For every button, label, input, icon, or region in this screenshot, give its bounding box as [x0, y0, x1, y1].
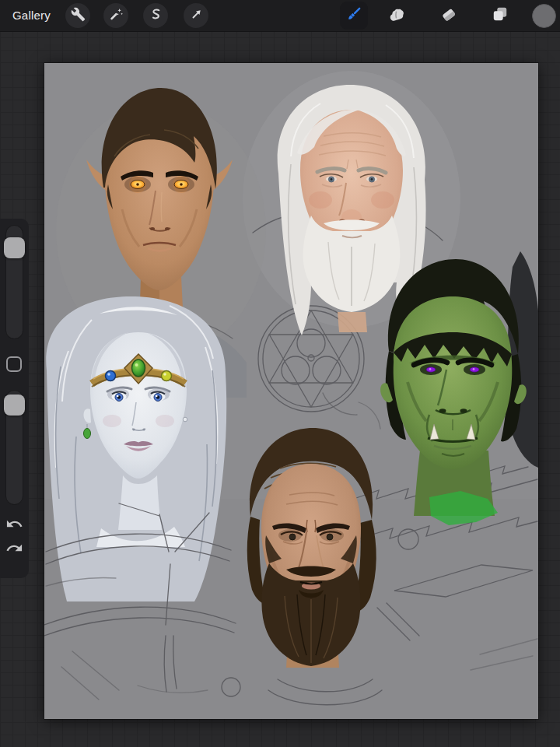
transform-arrow-icon: [189, 7, 204, 25]
undo-icon: [5, 515, 23, 536]
paintbrush-icon: [344, 4, 364, 27]
procreate-app: Gallery: [0, 0, 560, 747]
layers-button[interactable]: [490, 5, 510, 26]
transform-button[interactable]: [184, 3, 208, 28]
erase-button[interactable]: [439, 5, 459, 26]
layers-icon: [490, 4, 510, 27]
artwork: [44, 63, 538, 719]
redo-icon: [5, 539, 23, 560]
color-swatch-circle[interactable]: [532, 4, 556, 28]
selection-s-icon: [149, 7, 163, 25]
eraser-icon: [439, 4, 459, 27]
opacity-handle[interactable]: [4, 395, 25, 416]
paint-button[interactable]: [344, 5, 364, 26]
wrench-icon: [71, 7, 86, 25]
top-toolbar: Gallery: [0, 0, 560, 32]
artwork-canvas[interactable]: [44, 63, 538, 719]
smudge-finger-icon: [387, 4, 407, 27]
selection-button[interactable]: [143, 3, 168, 28]
modify-button[interactable]: [6, 356, 22, 372]
undo-button[interactable]: [5, 516, 24, 535]
redo-button[interactable]: [5, 540, 24, 559]
elf-woman-portrait: [46, 296, 226, 601]
brush-sidebar: [0, 219, 29, 578]
adjustments-button[interactable]: [103, 3, 128, 28]
actions-button[interactable]: [65, 3, 90, 28]
smudge-button[interactable]: [387, 5, 407, 26]
gallery-button[interactable]: Gallery: [12, 0, 51, 31]
magic-wand-icon: [109, 7, 124, 25]
brush-size-handle[interactable]: [4, 237, 25, 258]
